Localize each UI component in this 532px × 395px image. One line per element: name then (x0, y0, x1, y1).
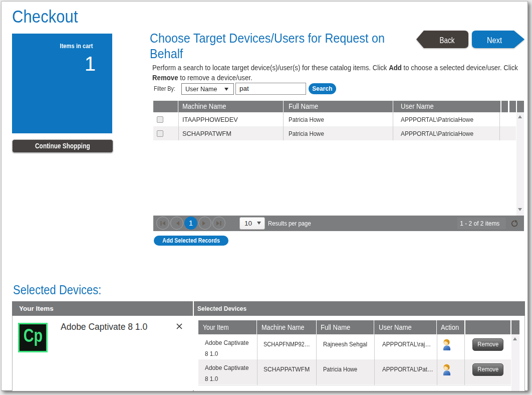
svg-text:Back: Back (440, 36, 455, 45)
svg-text:Next: Next (487, 36, 502, 45)
